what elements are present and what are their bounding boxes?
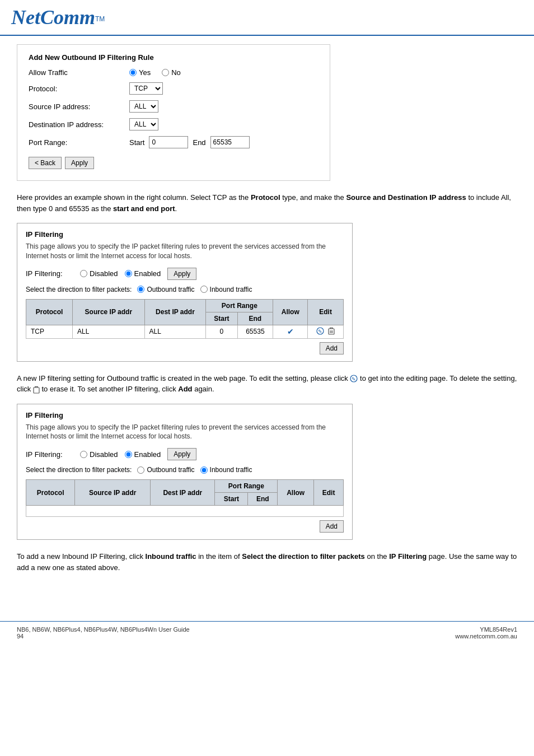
yes-label: Yes (139, 68, 151, 77)
svg-rect-11 (34, 388, 39, 393)
delete-icon-1[interactable] (328, 329, 335, 337)
yes-radio[interactable] (129, 69, 137, 76)
direction-row-2: Select the direction to filter packets: … (26, 466, 344, 474)
paragraph3: To add a new Inbound IP Filtering, click… (17, 551, 517, 573)
paragraph2: A new IP filtering setting for Outbound … (17, 373, 517, 395)
th-dest-2: Dest IP addr (151, 480, 215, 506)
outbound-label-1: Outbound traffic (147, 286, 194, 293)
enabled-option-1[interactable]: Enabled (125, 269, 161, 278)
th-protocol-2: Protocol (26, 480, 75, 506)
empty-row-2 (26, 506, 344, 517)
port-range-label: Port Range: (29, 138, 129, 147)
th-dest-1: Dest IP addr (144, 299, 206, 325)
add-button-1[interactable]: Add (320, 342, 344, 354)
add-outbound-form: Add New Outbound IP Filtering Rule Allow… (17, 44, 330, 181)
dest-ip-select[interactable]: ALL (129, 118, 158, 130)
cell-start-1: 0 (206, 325, 237, 338)
apply-button[interactable]: Apply (65, 157, 94, 169)
footer-left: NB6, NB6W, NB6Plus4, NB6Plus4W, NB6Plus4… (17, 626, 190, 640)
footer-page: 94 (17, 633, 24, 640)
enabled-label-1: Enabled (134, 269, 161, 278)
th-allow-1: Allow (273, 299, 308, 325)
port-end-input[interactable] (210, 136, 250, 148)
th-source-2: Source IP addr (75, 480, 151, 506)
direction-label-2: Select the direction to filter packets: (26, 466, 132, 474)
source-ip-row: Source IP address: ALL (29, 100, 318, 113)
inbound-radio-2[interactable] (200, 466, 208, 474)
th-allow-2: Allow (278, 480, 314, 506)
allow-traffic-label: Allow Traffic (29, 68, 129, 77)
apply-button-1[interactable]: Apply (167, 268, 196, 280)
outbound-option-1[interactable]: Outbound traffic (137, 286, 194, 293)
yes-option[interactable]: Yes (129, 68, 151, 77)
th-edit-1: Edit (308, 299, 344, 325)
page-header: NetCommTM (0, 0, 534, 36)
add-button-2[interactable]: Add (320, 520, 344, 533)
cell-allow-1: ✔ (273, 325, 308, 338)
outbound-label-2: Outbound traffic (147, 466, 194, 474)
ip-filter-title-2: IP Filtering (26, 411, 344, 419)
disabled-label-1: Disabled (90, 269, 118, 278)
protocol-select[interactable]: TCP UDP ICMP (129, 82, 163, 95)
outbound-option-2[interactable]: Outbound traffic (137, 466, 194, 474)
main-content: Add New Outbound IP Filtering Rule Allow… (0, 36, 534, 599)
back-button[interactable]: < Back (29, 157, 62, 169)
direction-row-1: Select the direction to filter packets: … (26, 286, 344, 293)
footer-rev: YML854Rev1 (480, 626, 517, 633)
footer-guide: NB6, NB6W, NB6Plus4, NB6Plus4W, NB6Plus4… (17, 626, 190, 633)
inbound-radio-1[interactable] (200, 286, 208, 293)
allow-traffic-row: Allow Traffic Yes No (29, 68, 318, 77)
add-btn-row-2: Add (26, 520, 344, 533)
enabled-radio-2[interactable] (125, 451, 132, 458)
outbound-radio-1[interactable] (137, 286, 144, 293)
end-label: End (193, 138, 205, 147)
dest-ip-row: Destination IP address: ALL (29, 118, 318, 130)
th-end-2: End (248, 493, 278, 506)
no-label: No (171, 68, 181, 77)
th-portrange-2: Port Range (215, 480, 278, 493)
protocol-label: Protocol: (29, 85, 129, 93)
svg-text:✎: ✎ (318, 329, 322, 334)
inbound-label-2: Inbound traffic (210, 466, 252, 474)
page-footer: NB6, NB6W, NB6Plus4, NB6Plus4W, NB6Plus4… (0, 621, 534, 644)
cell-source-1: ALL (73, 325, 144, 338)
source-ip-label: Source IP address: (29, 102, 129, 111)
no-radio[interactable] (162, 69, 169, 76)
svg-text:✎: ✎ (352, 376, 356, 382)
ip-filter-panel-2: IP Filtering This page allows you to spe… (17, 404, 353, 540)
disabled-radio-2[interactable] (80, 451, 87, 458)
cell-edit-1[interactable]: ✎ (308, 325, 344, 338)
ip-filter-title-1: IP Filtering (26, 230, 344, 239)
outbound-radio-2[interactable] (137, 466, 144, 474)
inbound-option-2[interactable]: Inbound traffic (200, 466, 252, 474)
allow-traffic-options: Yes No (129, 68, 181, 77)
direction-label-1: Select the direction to filter packets: (26, 286, 132, 293)
th-source-1: Source IP addr (73, 299, 144, 325)
cell-protocol-1: TCP (26, 325, 73, 338)
enabled-radio-1[interactable] (125, 270, 132, 277)
disabled-option-2[interactable]: Disabled (80, 450, 118, 459)
edit-icon-1[interactable]: ✎ (316, 327, 324, 335)
logo-text: NetComm (11, 6, 95, 29)
no-option[interactable]: No (162, 68, 181, 77)
disabled-option-1[interactable]: Disabled (80, 269, 118, 278)
ip-filter-status-row-2: IP Filtering: Disabled Enabled Apply (26, 448, 344, 460)
th-end-1: End (237, 312, 273, 325)
inbound-option-1[interactable]: Inbound traffic (200, 286, 252, 293)
paragraph1: Here provides an example shown in the ri… (17, 192, 517, 214)
apply-button-2[interactable]: Apply (167, 448, 196, 460)
ip-filtering-label-2: IP Filtering: (26, 450, 73, 459)
footer-right: YML854Rev1 www.netcomm.com.au (455, 626, 517, 640)
port-range-row: Port Range: Start End (29, 136, 318, 148)
add-btn-row-1: Add (26, 342, 344, 354)
th-protocol-1: Protocol (26, 299, 73, 325)
source-ip-select[interactable]: ALL (129, 100, 158, 113)
port-start-input[interactable] (149, 136, 188, 148)
ip-filter-status-row-1: IP Filtering: Disabled Enabled Apply (26, 268, 344, 280)
inbound-label-1: Inbound traffic (210, 286, 252, 293)
th-start-2: Start (215, 493, 248, 506)
cell-end-1: 65535 (237, 325, 273, 338)
enabled-option-2[interactable]: Enabled (125, 450, 161, 459)
footer-url: www.netcomm.com.au (455, 633, 517, 640)
disabled-radio-1[interactable] (80, 270, 87, 277)
